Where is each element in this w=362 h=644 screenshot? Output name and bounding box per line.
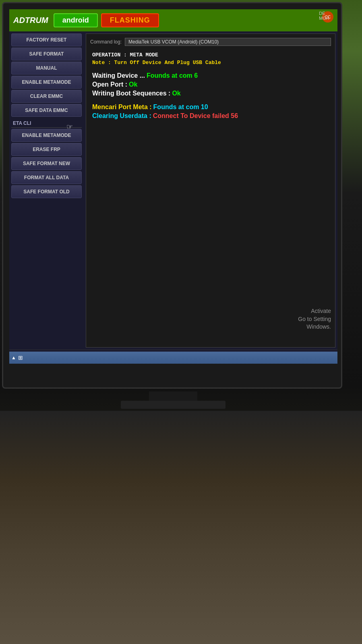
- log-blank-1: [92, 67, 329, 70]
- clear-emmc-button[interactable]: CLEAR EMMC: [11, 90, 82, 103]
- top-bar: ADTRUM android FLASHING CC DE MGR: [9, 9, 337, 31]
- main-content: FACTORY RESET SAFE FORMAT MANUAL ENABLE …: [9, 31, 337, 350]
- log-line-waiting: Waiting Device ... Founds at com 6: [92, 72, 329, 79]
- windows-activate: Activate Go to Setting Windows.: [298, 307, 331, 331]
- mencari-text: Mencari Port Meta :: [92, 104, 152, 111]
- flashing-badge: FLASHING: [101, 13, 159, 27]
- safe-format-button[interactable]: SAFE FORMAT: [11, 48, 82, 60]
- command-log-label: Command log:: [90, 39, 122, 45]
- writing-text: Writing Boot Sequences :: [92, 90, 170, 97]
- enable-metamode-cli-button[interactable]: ENABLE METAMODE: [11, 129, 82, 142]
- brand-label: ADTRUM: [13, 16, 48, 25]
- waiting-text: Waiting Device ...: [92, 72, 145, 79]
- open-port-ok: Ok: [129, 81, 137, 88]
- erase-frp-button[interactable]: ERASE FRP: [11, 143, 82, 156]
- taskbar-chevron: ▲: [11, 355, 16, 360]
- command-log-value: MediaTek USB VCOM (Android) (COM10): [125, 38, 331, 46]
- activate-line1: Activate: [298, 307, 331, 315]
- founds-at-com10: Founds at com 10: [153, 104, 208, 111]
- log-line-open-port: Open Port : Ok: [92, 81, 329, 88]
- de-mgr-label: DE MGR: [319, 11, 329, 21]
- log-line-operation: OPERATION : META MODE: [92, 52, 329, 58]
- top-right-icons: CC DE MGR: [322, 11, 333, 23]
- factory-reset-button[interactable]: FACTORY RESET: [11, 33, 82, 46]
- activate-line2: Go to Setting: [298, 315, 331, 323]
- desk-area: AUTO MENU ◄ ►: [0, 411, 362, 644]
- writing-ok: Ok: [172, 90, 180, 97]
- eta-cli-label: ETA CLI: [11, 118, 82, 128]
- safe-format-old-button[interactable]: SAFE FORMAT OLD: [11, 185, 82, 198]
- clearing-text: Clearing Userdata :: [92, 112, 151, 120]
- monitor-bezel: ADTRUM android FLASHING CC DE MGR FACTOR…: [2, 2, 342, 389]
- monitor-base: [121, 401, 225, 409]
- open-port-text: Open Port :: [92, 81, 127, 88]
- founds-at-com6: Founds at com 6: [147, 72, 198, 79]
- activate-line3: Windows.: [298, 323, 331, 331]
- format-all-data-button[interactable]: FORMAT ALL DATA: [11, 171, 82, 184]
- safe-format-new-button[interactable]: SAFE FORMAT NEW: [11, 157, 82, 170]
- log-line-clearing: Clearing Userdata : Connect To Device fa…: [92, 112, 329, 120]
- log-line-note: Note : Turn Off Device And Plug USB Cabl…: [92, 60, 329, 66]
- enable-metamode-top-button[interactable]: ENABLE METAMODE: [11, 76, 82, 89]
- sidebar: FACTORY RESET SAFE FORMAT MANUAL ENABLE …: [9, 31, 84, 350]
- log-area: Command log: MediaTek USB VCOM (Android)…: [86, 33, 335, 348]
- taskbar-icon-1: ⊞: [18, 354, 23, 361]
- screen: ADTRUM android FLASHING CC DE MGR FACTOR…: [9, 9, 337, 364]
- taskbar: ▲ ⊞: [9, 352, 337, 364]
- log-line-writing: Writing Boot Sequences : Ok: [92, 90, 329, 97]
- manual-button[interactable]: MANUAL: [11, 62, 82, 75]
- safe-data-emmc-button[interactable]: SAFE DATA EMMC: [11, 104, 82, 117]
- command-log-bar: Command log: MediaTek USB VCOM (Android)…: [90, 38, 331, 46]
- android-badge: android: [54, 13, 98, 27]
- log-content: OPERATION : META MODE Note : Turn Off De…: [90, 50, 331, 123]
- connect-failed: Connect To Device failed 56: [153, 112, 238, 120]
- log-blank-2: [92, 99, 329, 102]
- log-line-mencari: Mencari Port Meta : Founds at com 10: [92, 104, 329, 111]
